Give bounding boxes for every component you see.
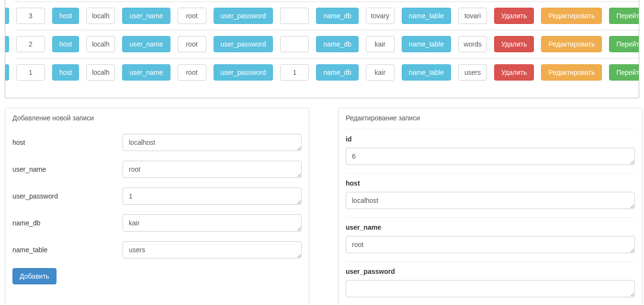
add-record-panel: Добавление новой записи host user_name u…: [5, 108, 309, 305]
edit-user-password-input[interactable]: [346, 280, 635, 297]
go-button[interactable]: Перейти: [609, 64, 639, 81]
add-host-label: host: [12, 139, 123, 146]
name-db-value: kair: [366, 36, 395, 52]
go-button[interactable]: Перейти: [609, 8, 639, 24]
add-name-db-input[interactable]: [123, 214, 302, 232]
user-password-value: [280, 36, 309, 52]
add-name-table-input[interactable]: [123, 241, 302, 258]
host-label: host: [52, 36, 79, 52]
row-id: 1: [16, 64, 45, 81]
name-table-label: name_table: [402, 8, 451, 24]
name-db-label: name_db: [316, 36, 358, 52]
edit-host-input[interactable]: [346, 192, 635, 209]
row-edge: [5, 8, 9, 24]
table-row: 3 host localh user_name root user_passwo…: [15, 1, 639, 30]
row-id: 2: [16, 36, 45, 52]
user-password-label: user_password: [214, 8, 273, 24]
add-user-password-label: user_password: [12, 192, 123, 200]
name-table-label: name_table: [402, 64, 451, 81]
user-password-label: user_password: [214, 64, 273, 81]
edit-panel-title: Редактирование записи: [346, 114, 635, 122]
go-button[interactable]: Перейти: [609, 36, 639, 52]
user-name-label: user_name: [122, 8, 170, 24]
add-host-input[interactable]: [123, 134, 302, 151]
user-name-value: root: [178, 64, 206, 81]
name-db-value: tovary: [366, 8, 395, 24]
name-table-value: words: [458, 36, 487, 52]
table-row: 2 host localh user_name root user_passwo…: [15, 30, 639, 58]
user-name-value: root: [178, 8, 206, 24]
name-table-value: tovari: [458, 8, 487, 24]
add-panel-title: Добавление новой записи: [12, 114, 302, 122]
host-value: localh: [86, 36, 115, 52]
host-label: host: [52, 64, 79, 81]
edit-user-password-label: user_password: [346, 268, 635, 275]
user-name-label: user_name: [122, 36, 170, 52]
user-password-value: 1: [280, 64, 309, 81]
add-user-name-label: user_name: [12, 165, 123, 173]
add-user-password-input[interactable]: [123, 188, 302, 205]
add-user-name-input[interactable]: [123, 161, 302, 178]
edit-user-name-input[interactable]: [346, 236, 635, 253]
row-id: 3: [16, 8, 45, 24]
edit-record-panel: Редактирование записи id host user_name …: [338, 108, 643, 305]
name-table-value: users: [458, 64, 487, 81]
edit-user-name-label: user_name: [346, 223, 635, 231]
delete-button[interactable]: Удалить: [494, 64, 534, 81]
name-db-value: kair: [366, 64, 395, 81]
delete-button[interactable]: Удалить: [494, 8, 534, 24]
host-value: localh: [86, 64, 115, 81]
user-name-label: user_name: [122, 64, 170, 81]
row-edge: [5, 36, 9, 52]
edit-host-label: host: [346, 179, 635, 187]
host-value: localh: [86, 8, 115, 24]
add-button[interactable]: Добавить: [12, 268, 56, 284]
host-label: host: [52, 8, 79, 24]
user-password-value: [280, 8, 309, 24]
table-row: 1 host localh user_name root user_passwo…: [15, 58, 639, 86]
add-name-table-label: name_table: [12, 246, 123, 254]
delete-button[interactable]: Удалить: [494, 36, 534, 52]
name-table-label: name_table: [402, 36, 451, 52]
records-table-wrapper[interactable]: 3 host localh user_name root user_passwo…: [5, 0, 639, 98]
edit-button[interactable]: Редактировать: [541, 36, 602, 52]
user-password-label: user_password: [214, 36, 273, 52]
name-db-label: name_db: [316, 8, 358, 24]
add-name-db-label: name_db: [12, 219, 123, 227]
user-name-value: root: [178, 36, 206, 52]
edit-id-input[interactable]: [346, 148, 635, 165]
name-db-label: name_db: [316, 64, 358, 81]
edit-id-label: id: [346, 135, 635, 143]
row-edge: [5, 64, 9, 81]
edit-button[interactable]: Редактировать: [541, 8, 602, 24]
edit-button[interactable]: Редактировать: [541, 64, 602, 81]
